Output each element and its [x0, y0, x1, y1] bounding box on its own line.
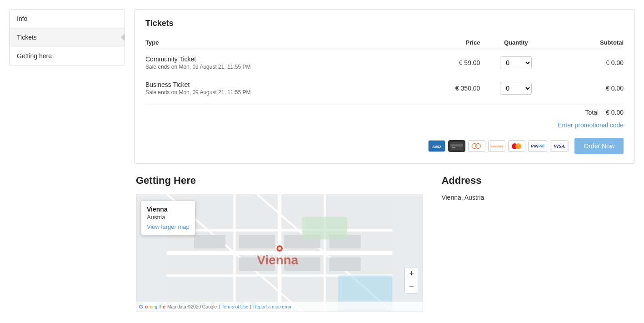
diners-circles-icon — [472, 143, 482, 149]
zoom-in-button[interactable]: + — [405, 267, 418, 280]
ticket-subtotal-community: € 0.00 — [552, 50, 624, 76]
quantity-select-community[interactable]: 0 1 2 3 4 5 — [500, 56, 532, 69]
svg-rect-4 — [452, 147, 455, 148]
google-logo: G — [139, 304, 143, 309]
sidebar: Info Tickets Getting here — [9, 9, 125, 66]
diners-icon — [468, 140, 485, 152]
address-title: Address — [441, 175, 633, 187]
promo-row: Enter promotional code — [145, 121, 624, 134]
map-data-text: Map data ©2020 Google — [167, 304, 217, 309]
terms-of-use-link[interactable]: Terms of Use — [222, 304, 249, 309]
svg-text:VISA: VISA — [554, 143, 565, 149]
ticket-name-business: Business Ticket — [145, 81, 409, 88]
address-section: Address Vienna, Austria — [441, 175, 633, 312]
bottom-section: Getting Here — [134, 175, 635, 312]
svg-rect-3 — [450, 144, 463, 146]
quantity-select-business[interactable]: 0 1 2 3 4 5 — [500, 82, 532, 95]
map-popup: Vienna Austria View larger map — [141, 201, 195, 235]
col-price: Price — [409, 35, 480, 50]
tickets-title: Tickets — [145, 19, 624, 28]
visa-icon: VISA — [550, 140, 569, 152]
ticket-sale-community: Sale ends on Mon, 09 August 21, 11:55 PM — [145, 64, 409, 70]
svg-text:AMEX: AMEX — [432, 145, 442, 148]
svg-point-29 — [278, 247, 281, 250]
svg-rect-24 — [329, 257, 360, 271]
credit-card-icon — [448, 140, 465, 152]
sidebar-item-tickets[interactable]: Tickets — [10, 28, 125, 47]
map-popup-city: Vienna — [147, 206, 190, 213]
sidebar-item-info[interactable]: Info — [10, 10, 125, 28]
report-map-error-link[interactable]: Report a map error — [253, 304, 291, 309]
paypal-icon: PayPal — [528, 140, 547, 152]
tickets-table: Type Price Quantity Subtotal Community T… — [145, 35, 624, 101]
svg-rect-22 — [194, 235, 225, 248]
getting-here-title: Getting Here — [136, 175, 423, 187]
order-now-button[interactable]: Order Now — [574, 138, 624, 154]
map-popup-country: Austria — [147, 214, 190, 221]
payment-icons: AMEX — [428, 140, 569, 152]
maestro-icon — [508, 140, 525, 152]
tickets-section: Tickets Type Price Quantity Subtotal Com… — [134, 9, 635, 164]
sidebar-item-info-label: Info — [17, 15, 27, 22]
col-subtotal: Subtotal — [552, 35, 624, 50]
main-content: Tickets Type Price Quantity Subtotal Com… — [134, 9, 635, 312]
sidebar-item-getting-here[interactable]: Getting here — [10, 47, 125, 65]
total-row: Total € 0.00 — [145, 103, 624, 121]
total-value: € 0.00 — [606, 109, 624, 116]
col-type: Type — [145, 35, 409, 50]
ticket-subtotal-business: € 0.00 — [552, 76, 624, 101]
ticket-name-community: Community Ticket — [145, 56, 409, 63]
sidebar-item-getting-here-label: Getting here — [17, 52, 52, 60]
ticket-price-business: € 350.00 — [409, 76, 480, 101]
map-container[interactable]: Vienna Vienna Austria View larger map + — [136, 194, 423, 312]
discover-icon: DISCOVER — [488, 140, 505, 152]
order-row: AMEX — [145, 134, 624, 154]
zoom-out-button[interactable]: − — [405, 280, 418, 293]
svg-rect-18 — [239, 235, 275, 248]
ticket-sale-business: Sale ends on Mon, 09 August 21, 11:55 PM — [145, 89, 409, 96]
table-row: Business Ticket Sale ends on Mon, 09 Aug… — [145, 76, 624, 101]
table-row: Community Ticket Sale ends on Mon, 09 Au… — [145, 50, 624, 76]
getting-here-section: Getting Here — [136, 175, 423, 312]
sidebar-item-tickets-label: Tickets — [17, 34, 37, 41]
svg-text:Vienna: Vienna — [257, 253, 299, 267]
map-zoom-controls: + − — [404, 267, 418, 293]
amex-icon: AMEX — [428, 140, 445, 152]
paypal-text: PayPal — [531, 144, 545, 148]
svg-rect-26 — [302, 217, 347, 240]
map-footer: G o o g l e Map data ©2020 Google | Term… — [136, 302, 423, 312]
promo-code-link[interactable]: Enter promotional code — [558, 121, 624, 129]
view-larger-map-link[interactable]: View larger map — [147, 223, 190, 230]
ticket-price-community: € 59.00 — [409, 50, 480, 76]
total-label: Total — [585, 109, 599, 116]
svg-text:DISCOVER: DISCOVER — [491, 145, 503, 148]
address-value: Vienna, Austria — [441, 194, 633, 201]
col-quantity: Quantity — [480, 35, 552, 50]
